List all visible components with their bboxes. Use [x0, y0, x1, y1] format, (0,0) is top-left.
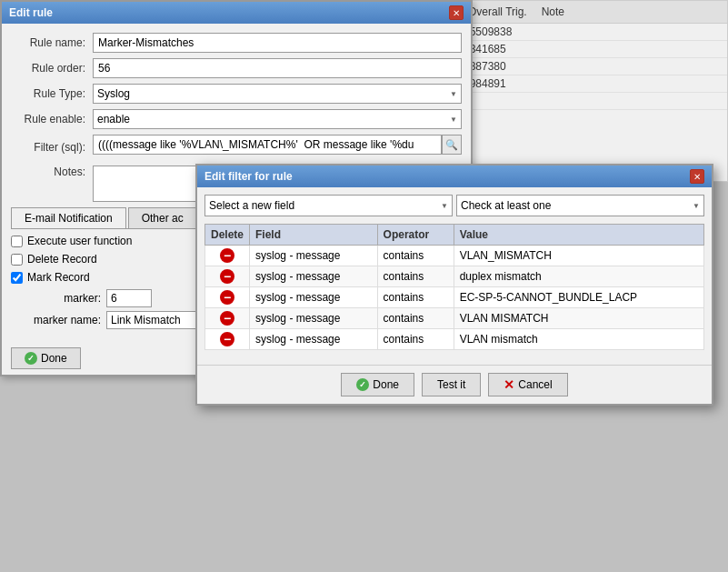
value-cell: VLAN MISMATCH: [454, 308, 703, 329]
value-cell: duplex mismatch: [454, 266, 703, 287]
ef-operator-select-wrapper: Check at least one: [456, 195, 704, 216]
operator-cell: contains: [377, 246, 454, 266]
ef-title: Edit filter for rule: [204, 170, 293, 183]
rule-enable-select[interactable]: enable: [93, 109, 462, 129]
ef-done-icon: ✓: [356, 378, 369, 391]
edit-filter-dialog: Edit filter for rule ✕ Select a new fiel…: [195, 164, 713, 406]
done-icon: ✓: [25, 352, 37, 365]
bg-row-1: 55509838: [456, 24, 727, 41]
rule-name-label: Rule name:: [11, 36, 93, 49]
marker-name-label: marker name:: [29, 314, 106, 326]
rule-order-row: Rule order:: [11, 58, 462, 78]
marker-name-input[interactable]: [106, 311, 197, 329]
table-row: − syslog - message contains VLAN mismatc…: [205, 329, 704, 350]
table-row: − syslog - message contains EC-SP-5-CANN…: [205, 287, 704, 308]
filter-sql-input[interactable]: [93, 135, 442, 155]
rule-type-row: Rule Type: Syslog: [11, 84, 462, 104]
rule-enable-row: Rule enable: enable: [11, 109, 462, 129]
ef-test-label: Test it: [437, 378, 465, 391]
ef-close-button[interactable]: ✕: [690, 169, 704, 184]
marker-input[interactable]: [106, 289, 152, 307]
edit-rule-done-button[interactable]: ✓ Done: [11, 347, 81, 369]
bg-table-header: Overall Trig. Note: [456, 1, 727, 24]
edit-rule-title: Edit rule: [9, 6, 53, 19]
field-cell: syslog - message: [250, 329, 378, 350]
ef-test-button[interactable]: Test it: [422, 373, 481, 396]
mark-record-label: Mark Record: [27, 271, 90, 284]
ef-cancel-icon: ✕: [504, 377, 514, 392]
field-cell: syslog - message: [250, 287, 378, 308]
rule-order-label: Rule order:: [11, 62, 93, 75]
ef-col-delete: Delete: [205, 225, 250, 246]
bg-col-note: Note: [534, 4, 572, 20]
ef-filter-table: Delete Field Operator Value − syslog - m…: [204, 224, 704, 350]
delete-record-label: Delete Record: [27, 253, 97, 266]
execute-user-function-label: Execute user function: [27, 235, 132, 247]
table-row: − syslog - message contains VLAN_MISMATC…: [205, 246, 704, 266]
value-cell: VLAN_MISMATCH: [454, 246, 703, 266]
ef-col-operator: Operator: [377, 225, 454, 246]
rule-enable-label: Rule enable:: [11, 113, 93, 125]
rule-name-input[interactable]: [93, 33, 462, 53]
delete-icon[interactable]: −: [220, 269, 234, 284]
bg-row-4: 7984891: [456, 75, 727, 93]
delete-icon[interactable]: −: [220, 311, 234, 326]
ef-field-select[interactable]: Select a new field: [204, 195, 453, 216]
value-cell: VLAN mismatch: [454, 329, 703, 350]
edit-rule-titlebar: Edit rule ✕: [2, 2, 471, 24]
rule-type-label: Rule Type:: [11, 87, 93, 100]
rule-type-select[interactable]: Syslog: [93, 84, 462, 104]
bg-row-3: 4887380: [456, 58, 727, 75]
ef-operator-select[interactable]: Check at least one: [456, 195, 704, 216]
mark-record-checkbox[interactable]: [11, 272, 23, 284]
marker-label: marker:: [29, 292, 106, 305]
ef-table-header-row: Delete Field Operator Value: [205, 225, 704, 246]
filter-sql-label: Filter (sql):: [11, 141, 93, 154]
field-cell: syslog - message: [250, 266, 378, 287]
ef-titlebar: Edit filter for rule ✕: [197, 166, 712, 187]
field-cell: syslog - message: [250, 308, 378, 329]
ef-done-button[interactable]: ✓ Done: [341, 373, 414, 396]
delete-icon[interactable]: −: [220, 248, 234, 263]
delete-cell: −: [205, 266, 250, 287]
filter-search-button[interactable]: 🔍: [442, 135, 462, 155]
ef-body: Select a new field Check at least one De…: [197, 187, 712, 357]
ef-col-field: Field: [250, 225, 378, 246]
filter-sql-row: Filter (sql): 🔍: [11, 135, 462, 160]
rule-type-select-wrapper: Syslog: [93, 84, 462, 104]
tab-email-notification[interactable]: E-mail Notification: [11, 207, 126, 228]
ef-footer: ✓ Done Test it ✕ Cancel: [197, 365, 712, 404]
edit-rule-done-label: Done: [41, 352, 67, 365]
bg-row-2: 9341685: [456, 41, 727, 58]
delete-record-checkbox[interactable]: [11, 254, 23, 266]
delete-cell: −: [205, 246, 250, 266]
background-table: Overall Trig. Note 55509838 9341685 4887…: [455, 0, 728, 182]
delete-cell: −: [205, 308, 250, 329]
operator-cell: contains: [377, 266, 454, 287]
ef-done-label: Done: [373, 378, 399, 391]
ef-controls: Select a new field Check at least one: [204, 195, 704, 216]
delete-icon[interactable]: −: [220, 332, 234, 346]
bg-row-5: 0: [456, 93, 727, 110]
delete-cell: −: [205, 287, 250, 308]
delete-cell: −: [205, 329, 250, 350]
field-cell: syslog - message: [250, 246, 378, 266]
tab-other-actions[interactable]: Other ac: [128, 207, 197, 228]
rule-name-row: Rule name:: [11, 33, 462, 53]
ef-cancel-button[interactable]: ✕ Cancel: [488, 373, 567, 396]
edit-rule-close-button[interactable]: ✕: [449, 5, 464, 20]
notes-label: Notes:: [11, 166, 93, 202]
table-row: − syslog - message contains VLAN MISMATC…: [205, 308, 704, 329]
ef-cancel-label: Cancel: [518, 378, 552, 391]
table-row: − syslog - message contains duplex misma…: [205, 266, 704, 287]
operator-cell: contains: [377, 308, 454, 329]
rule-order-input[interactable]: [93, 58, 462, 78]
operator-cell: contains: [377, 287, 454, 308]
delete-icon[interactable]: −: [220, 290, 234, 305]
ef-col-value: Value: [454, 225, 703, 246]
execute-user-function-checkbox[interactable]: [11, 236, 23, 247]
value-cell: EC-SP-5-CANNOT_BUNDLE_LACP: [454, 287, 703, 308]
ef-field-select-wrapper: Select a new field: [204, 195, 453, 216]
rule-enable-select-wrapper: enable: [93, 109, 462, 129]
operator-cell: contains: [377, 329, 454, 350]
